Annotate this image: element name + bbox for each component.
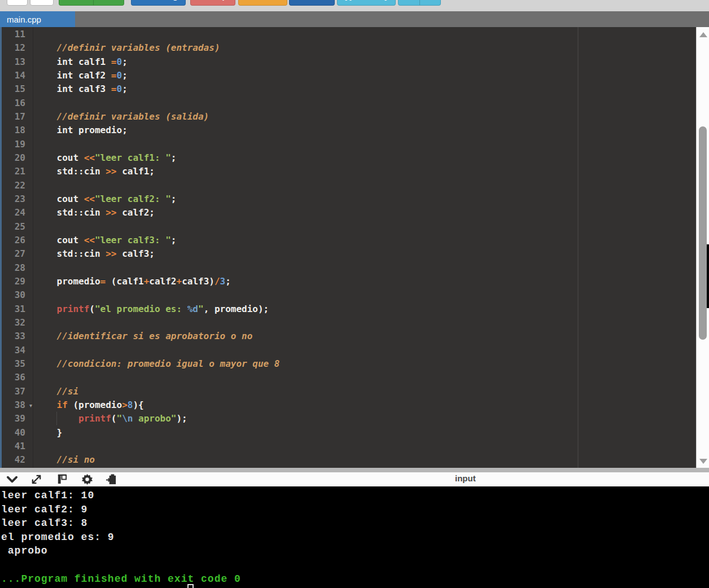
code-line[interactable]: int calf1 =0; bbox=[35, 55, 696, 69]
run-split-divider bbox=[93, 0, 94, 5]
code-line[interactable] bbox=[35, 261, 696, 275]
top-toolbar: Run Debug Stop Share bbox=[0, 0, 709, 6]
settings-gear-icon[interactable] bbox=[81, 473, 93, 485]
line-number: 26 bbox=[2, 234, 33, 247]
code-line[interactable]: //identificar si es aprobatorio o no bbox=[35, 330, 696, 343]
scrollbar-marker bbox=[707, 244, 709, 308]
line-number: 28 bbox=[2, 261, 33, 275]
code-line[interactable]: //definir variables (salida) bbox=[35, 110, 696, 124]
console-output[interactable]: leer calf1: 10leer calf2: 9leer calf3: 8… bbox=[0, 486, 709, 588]
code-line[interactable]: cout <<"leer calf2: "; bbox=[35, 192, 696, 206]
code-line[interactable] bbox=[35, 28, 696, 41]
gutter-divider bbox=[33, 27, 33, 468]
console-line: leer calf1: 10 bbox=[1, 489, 709, 503]
code-line[interactable] bbox=[35, 440, 696, 453]
share-button[interactable]: Share bbox=[238, 0, 287, 6]
console-line bbox=[1, 558, 709, 572]
editor-vertical-scrollbar[interactable] bbox=[696, 27, 709, 468]
fold-caret-icon[interactable]: ▾ bbox=[29, 399, 32, 413]
line-number: 31 bbox=[2, 302, 33, 316]
stop-button[interactable]: Stop bbox=[190, 0, 235, 6]
code-line[interactable]: int promedio; bbox=[35, 124, 696, 137]
code-line[interactable]: //si no bbox=[35, 453, 696, 467]
line-number: 39 bbox=[2, 412, 33, 425]
line-number: 16 bbox=[2, 96, 33, 110]
stop-button-label: Stop bbox=[208, 0, 227, 1]
line-number: 27 bbox=[2, 247, 33, 261]
code-line[interactable] bbox=[35, 96, 696, 110]
code-line[interactable]: int calf2 =0; bbox=[35, 69, 696, 82]
scrollbar-thumb[interactable] bbox=[699, 126, 707, 340]
scroll-down-arrow-icon[interactable] bbox=[699, 459, 707, 464]
line-number: 32 bbox=[2, 316, 33, 330]
line-number: 14 bbox=[2, 69, 33, 82]
console-window-button[interactable] bbox=[7, 0, 28, 6]
input-section-label: input bbox=[455, 473, 476, 483]
line-number: 20 bbox=[2, 151, 33, 165]
code-line[interactable] bbox=[35, 179, 696, 192]
line-number: 17 bbox=[2, 110, 33, 124]
code-line[interactable]: std::cin >> calf1; bbox=[35, 165, 696, 178]
line-number: 30 bbox=[2, 288, 33, 302]
indent-guide bbox=[56, 412, 57, 425]
split-divider bbox=[419, 0, 420, 5]
line-number: 12 bbox=[2, 41, 33, 55]
code-line[interactable]: cout <<"leer calf1: "; bbox=[35, 151, 696, 165]
debug-button[interactable]: Debug bbox=[131, 0, 186, 6]
line-number: 21 bbox=[2, 165, 33, 178]
code-line[interactable]: } bbox=[35, 426, 696, 440]
code-line[interactable] bbox=[35, 316, 696, 330]
collapse-chevron-icon[interactable] bbox=[6, 473, 18, 485]
beautify-button[interactable]: { } Beautify bbox=[337, 0, 396, 6]
dock-layout-icon[interactable] bbox=[56, 473, 68, 485]
fork-project-button[interactable] bbox=[30, 0, 54, 6]
scroll-up-arrow-icon[interactable] bbox=[699, 32, 707, 37]
code-line[interactable] bbox=[35, 371, 696, 384]
share-button-label: Share bbox=[257, 0, 281, 1]
code-line[interactable]: //definir variables (entradas) bbox=[35, 41, 696, 55]
line-number: 11 bbox=[2, 28, 33, 41]
code-line[interactable]: //condicion: promedio igual o mayor que … bbox=[35, 357, 696, 371]
paste-icon[interactable] bbox=[106, 473, 117, 485]
line-number: 34 bbox=[2, 344, 33, 357]
code-editor[interactable]: 1112131415161718192021222324252627282930… bbox=[0, 27, 696, 468]
code-line[interactable] bbox=[35, 220, 696, 234]
code-line[interactable]: //si bbox=[35, 385, 696, 398]
line-number-gutter[interactable]: 1112131415161718192021222324252627282930… bbox=[2, 28, 33, 468]
line-number: 33 bbox=[2, 330, 33, 343]
code-line[interactable]: int calf3 =0; bbox=[35, 82, 696, 96]
line-number: 25 bbox=[2, 220, 33, 234]
code-line[interactable]: std::cin >> calf2; bbox=[35, 206, 696, 220]
code-line[interactable]: if (promedio>8){ bbox=[35, 398, 696, 412]
save-button[interactable]: Save bbox=[289, 0, 335, 6]
run-button-label: Run bbox=[69, 0, 85, 1]
line-number: 15 bbox=[2, 82, 33, 96]
language-select-button[interactable] bbox=[398, 0, 441, 6]
code-line[interactable] bbox=[35, 344, 696, 357]
line-number: 36 bbox=[2, 371, 33, 384]
code-line[interactable] bbox=[35, 138, 696, 151]
code-line[interactable]: promedio= (calf1+calf2+calf3)/3; bbox=[35, 275, 696, 288]
console-line: leer calf2: 9 bbox=[1, 503, 709, 517]
line-number: 19 bbox=[2, 138, 33, 151]
tab-main-cpp[interactable]: main.cpp bbox=[0, 11, 75, 27]
line-number: 35 bbox=[2, 357, 33, 371]
save-button-label: Save bbox=[308, 0, 327, 1]
console-divider-strip[interactable] bbox=[0, 468, 709, 472]
beautify-button-label: Beautify bbox=[356, 0, 389, 1]
line-number: 37 bbox=[2, 385, 33, 398]
console-line: el promedio es: 9 bbox=[1, 530, 709, 545]
expand-icon[interactable] bbox=[30, 473, 42, 485]
code-area[interactable]: //definir variables (entradas) int calf1… bbox=[35, 28, 696, 468]
code-line[interactable]: printf("el promedio es: %d", promedio); bbox=[35, 302, 696, 316]
line-number: 41 bbox=[2, 440, 33, 453]
run-button[interactable]: Run bbox=[59, 0, 124, 6]
code-line[interactable]: std::cin >> calf3; bbox=[35, 247, 696, 261]
tab-main-cpp-label: main.cpp bbox=[7, 15, 41, 24]
code-line[interactable]: cout <<"leer calf3: "; bbox=[35, 234, 696, 247]
console-line: aprobo bbox=[1, 544, 709, 558]
line-number: 13 bbox=[2, 55, 33, 69]
line-number: 38▾ bbox=[2, 398, 33, 412]
code-line[interactable] bbox=[35, 288, 696, 302]
code-line[interactable]: printf("\n aprobo"); bbox=[35, 412, 696, 425]
